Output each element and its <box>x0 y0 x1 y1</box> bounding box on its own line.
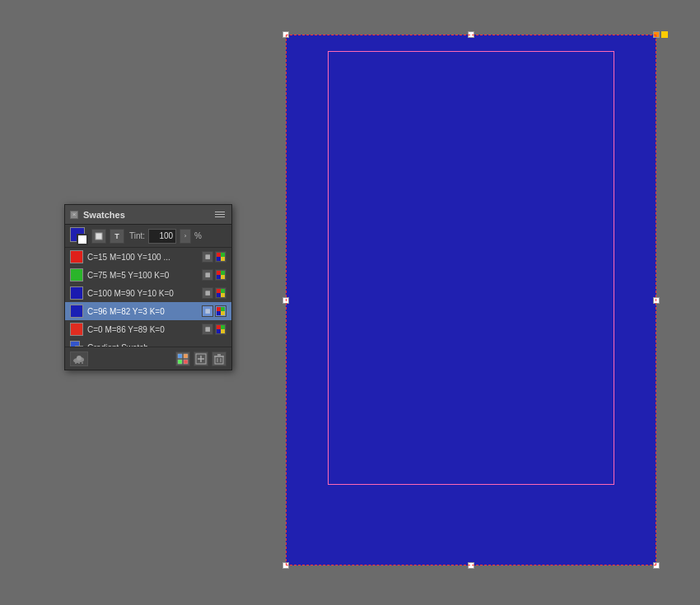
svg-rect-0 <box>96 233 102 240</box>
swatch-cmyk-icon-2 <box>217 271 225 279</box>
svg-rect-3 <box>217 257 221 261</box>
swatch-name-5: C=0 M=86 Y=89 K=0 <box>87 325 198 334</box>
swatch-mode-icon-5 <box>215 323 226 335</box>
handle-top-left[interactable] <box>282 31 289 38</box>
stroke-mode-button[interactable]: T <box>110 229 124 244</box>
handle-middle-right[interactable] <box>653 297 660 304</box>
swatch-row[interactable]: C=0 M=86 Y=89 K=0 ▦ <box>65 320 231 338</box>
svg-rect-28 <box>184 354 188 358</box>
menu-line-2 <box>215 214 225 215</box>
swatch-row[interactable]: C=75 M=5 Y=100 K=0 ▦ <box>65 266 231 284</box>
svg-rect-11 <box>217 293 221 297</box>
handle-top-right[interactable] <box>653 31 660 38</box>
swatch-cmyk-icon-4 <box>217 307 225 315</box>
svg-rect-29 <box>178 360 182 364</box>
swatch-type-icon-1: ▦ <box>202 251 213 263</box>
stroke-color-box <box>77 234 88 245</box>
handle-bottom-center[interactable] <box>468 562 474 569</box>
swatch-cmyk-icon-5 <box>217 325 225 333</box>
tint-row: T Tint: 100 › % <box>65 225 231 248</box>
svg-rect-15 <box>217 311 221 315</box>
svg-rect-14 <box>221 307 225 311</box>
handle-bottom-right[interactable] <box>653 562 660 569</box>
new-swatch-icon <box>195 353 207 365</box>
panel-header: × Swatches <box>65 205 231 225</box>
color-preview[interactable] <box>70 227 88 245</box>
svg-rect-9 <box>217 289 221 293</box>
fill-mode-button[interactable] <box>91 229 106 244</box>
swatch-color-3 <box>70 286 83 300</box>
swatches-list[interactable]: C=15 M=100 Y=100 ... ▦ C=75 M=5 Y=100 K=… <box>65 248 231 347</box>
svg-rect-8 <box>221 275 225 279</box>
svg-rect-34 <box>215 356 223 364</box>
cloud-icon <box>72 354 86 364</box>
swatch-row[interactable]: C=15 M=100 Y=100 ... ▦ <box>65 248 231 266</box>
gradient-row[interactable]: Gradient Swatch <box>65 338 231 347</box>
swatch-mode-icon-2 <box>215 269 226 281</box>
delete-swatch-button[interactable] <box>212 351 226 366</box>
swatch-icons-1: ▦ <box>202 251 226 263</box>
new-color-group-button[interactable] <box>175 351 190 366</box>
svg-rect-2 <box>221 253 225 257</box>
swatch-type-icon-2: ▦ <box>202 269 213 281</box>
tint-percent: % <box>194 231 202 240</box>
svg-point-23 <box>77 356 82 361</box>
panel-header-left: × Swatches <box>70 210 125 220</box>
svg-rect-18 <box>221 325 225 329</box>
cloud-button[interactable] <box>70 351 88 366</box>
handle-bottom-left[interactable] <box>282 562 289 569</box>
panel-close-button[interactable]: × <box>70 211 78 219</box>
svg-rect-6 <box>221 271 225 275</box>
swatches-panel: × Swatches T Tint: 100 › % <box>64 204 232 370</box>
tint-label: Tint: <box>129 231 145 240</box>
tint-arrow-button[interactable]: › <box>180 229 191 244</box>
swatch-color-5 <box>70 323 83 336</box>
swatch-type-icon-4: ▦ <box>202 305 213 317</box>
new-swatch-button[interactable] <box>194 351 208 366</box>
swatch-row-selected[interactable]: C=96 M=82 Y=3 K=0 ▦ <box>65 302 231 320</box>
panel-footer <box>65 347 231 370</box>
swatch-icons-5: ▦ <box>202 323 226 335</box>
new-color-group-icon <box>177 353 189 365</box>
swatch-icons-2: ▦ <box>202 269 226 281</box>
fill-icon <box>95 232 103 240</box>
gradient-stroke-preview <box>75 346 83 347</box>
swatch-row[interactable]: C=100 M=90 Y=10 K=0 ▦ <box>65 284 231 302</box>
panel-menu-button[interactable] <box>213 209 226 221</box>
document-page <box>286 35 656 565</box>
svg-rect-5 <box>217 271 221 275</box>
svg-rect-16 <box>221 311 225 315</box>
swatch-mode-icon-4 <box>215 305 226 317</box>
svg-rect-1 <box>217 253 221 257</box>
swatch-name-4: C=96 M=82 Y=3 K=0 <box>87 307 198 316</box>
delete-icon <box>213 353 225 365</box>
svg-rect-10 <box>221 289 225 293</box>
swatch-color-4 <box>70 305 83 318</box>
swatch-name-2: C=75 M=5 Y=100 K=0 <box>87 271 198 280</box>
gradient-preview-container <box>70 341 83 347</box>
swatch-name-3: C=100 M=90 Y=10 K=0 <box>87 289 198 298</box>
gradient-swatch-name: Gradient Swatch <box>87 343 226 347</box>
panel-title: Swatches <box>83 210 125 220</box>
svg-rect-20 <box>221 329 225 333</box>
svg-rect-27 <box>178 354 182 358</box>
swatch-cmyk-icon-3 <box>217 289 225 297</box>
handle-corner-yellow[interactable] <box>661 31 668 38</box>
swatch-icons-4: ▦ <box>202 305 226 317</box>
svg-rect-7 <box>217 275 221 279</box>
swatch-icons-3: ▦ <box>202 287 226 299</box>
handle-top-center[interactable] <box>468 31 474 38</box>
selection-border <box>286 35 656 565</box>
menu-line-3 <box>215 216 225 217</box>
svg-rect-19 <box>217 329 221 333</box>
swatch-mode-icon-1 <box>215 251 226 263</box>
swatch-type-icon-3: ▦ <box>202 287 213 299</box>
tint-value[interactable]: 100 <box>148 229 176 244</box>
svg-rect-4 <box>221 257 225 261</box>
svg-rect-17 <box>217 325 221 329</box>
svg-rect-30 <box>184 360 188 364</box>
swatch-name-1: C=15 M=100 Y=100 ... <box>87 253 198 262</box>
swatch-cmyk-icon-1 <box>217 253 225 261</box>
swatch-mode-icon-3 <box>215 287 226 299</box>
handle-middle-left[interactable] <box>282 297 289 304</box>
